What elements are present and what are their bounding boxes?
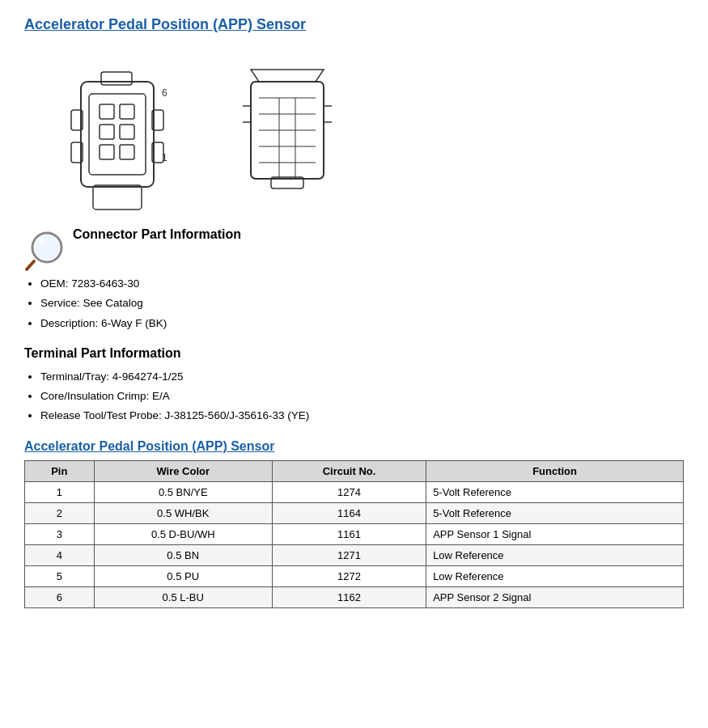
cell-wire-color: 0.5 BN/YE [94,481,272,502]
connector-info-list: OEM: 7283-6463-30 Service: See Catalog D… [40,274,684,333]
terminal-info-item-2: Core/Insulation Crimp: E/A [40,387,684,406]
svg-rect-10 [120,125,134,139]
svg-rect-0 [81,82,154,187]
cell-wire-color: 0.5 PU [94,565,272,586]
pin-table: Pin Wire Color Circuit No. Function 10.5… [24,460,684,608]
cell-function: APP Sensor 2 Signal [426,586,684,607]
svg-rect-7 [100,104,114,119]
cell-wire-color: 0.5 L-BU [94,586,272,607]
svg-rect-13 [93,185,142,210]
table-header-row: Pin Wire Color Circuit No. Function [25,460,684,481]
terminal-info-list: Terminal/Tray: 4-964274-1/25 Core/Insula… [40,367,684,426]
col-circuit-no: Circuit No. [272,460,426,481]
cell-function: 5-Volt Reference [426,481,684,502]
svg-rect-12 [120,145,134,159]
cell-pin: 3 [25,523,95,544]
connector-left-image: 6 1 [57,49,186,211]
cell-function: Low Reference [426,544,684,565]
table-row: 40.5 BN1271Low Reference [25,544,684,565]
cell-pin: 1 [25,481,95,502]
connector-info-section: Connector Part Information [24,227,684,268]
magnifier-icon [24,227,65,268]
svg-rect-8 [120,104,134,119]
svg-rect-2 [101,72,132,85]
terminal-info-heading: Terminal Part Information [24,346,684,361]
connector-info-heading: Connector Part Information [73,227,241,242]
cell-pin: 2 [25,502,95,523]
cell-circuit-no: 1272 [272,565,426,586]
cell-circuit-no: 1164 [272,502,426,523]
terminal-info-item-1: Terminal/Tray: 4-964274-1/25 [40,367,684,387]
cell-circuit-no: 1274 [272,481,426,502]
cell-pin: 5 [25,565,95,586]
svg-rect-9 [100,125,114,139]
cell-function: APP Sensor 1 Signal [426,523,684,544]
cell-pin: 6 [25,586,95,607]
col-function: Function [426,460,684,481]
page-title: Accelerator Pedal Position (APP) Sensor [24,16,684,33]
svg-rect-11 [100,145,114,159]
cell-circuit-no: 1161 [272,523,426,544]
table-row: 20.5 WH/BK11645-Volt Reference [25,502,684,523]
table-section-heading: Accelerator Pedal Position (APP) Sensor [24,439,684,454]
terminal-info-item-3: Release Tool/Test Probe: J-38125-560/J-3… [40,406,684,425]
col-wire-color: Wire Color [94,460,272,481]
cell-wire-color: 0.5 D-BU/WH [94,523,272,544]
svg-text:6: 6 [162,87,167,99]
cell-circuit-no: 1271 [272,544,426,565]
cell-function: 5-Volt Reference [426,502,684,523]
svg-point-32 [39,239,45,245]
cell-wire-color: 0.5 WH/BK [94,502,272,523]
connector-info-item-2: Service: See Catalog [40,294,684,313]
svg-point-31 [35,235,59,260]
connector-info-item-3: Description: 6-Way F (BK) [40,314,684,333]
table-row: 60.5 L-BU1162APP Sensor 2 Signal [25,586,684,607]
connector-images: 6 1 [57,49,684,211]
cell-pin: 4 [25,544,95,565]
svg-rect-1 [89,94,146,175]
connector-right-image [235,66,332,195]
connector-info-content: Connector Part Information [73,227,241,248]
cell-circuit-no: 1162 [272,586,426,607]
cell-wire-color: 0.5 BN [94,544,272,565]
table-row: 50.5 PU1272Low Reference [25,565,684,586]
svg-line-29 [27,261,34,269]
cell-function: Low Reference [426,565,684,586]
col-pin: Pin [25,460,95,481]
connector-info-item-1: OEM: 7283-6463-30 [40,274,684,294]
table-row: 10.5 BN/YE12745-Volt Reference [25,481,684,502]
table-row: 30.5 D-BU/WH1161APP Sensor 1 Signal [25,523,684,544]
svg-text:1: 1 [162,152,167,163]
